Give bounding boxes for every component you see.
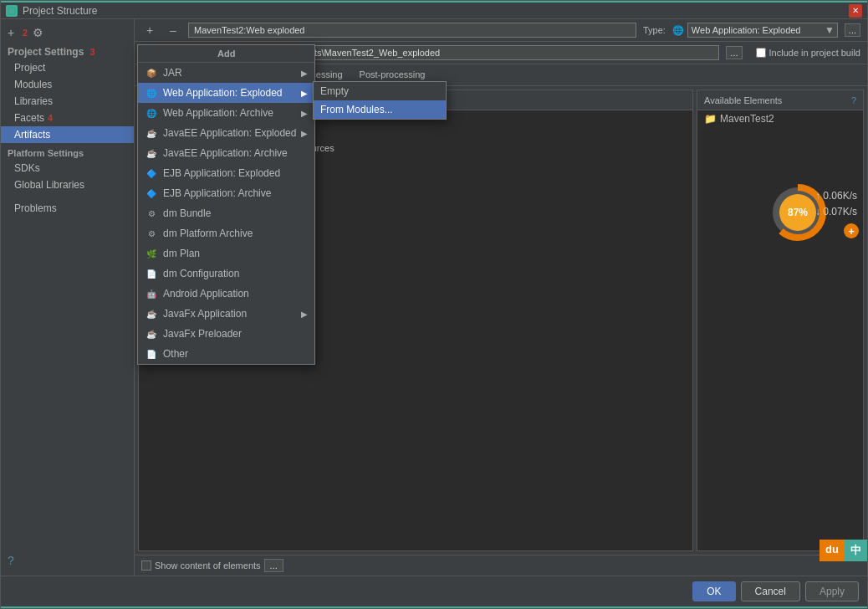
dialog-footer: OK Cancel Apply	[1, 576, 867, 608]
javafx-preloader-icon: ☕	[145, 327, 158, 340]
menu-item-web-exploded[interactable]: 🌐 Web Application: Exploded ▶	[138, 83, 314, 103]
badge-2: 2	[23, 28, 28, 38]
menu-item-javafx-preloader[interactable]: ☕ JavaFx Preloader	[138, 324, 314, 344]
progress-text: 87%	[788, 207, 808, 218]
ime-du[interactable]: du	[819, 540, 845, 561]
close-button[interactable]: ✕	[849, 4, 862, 18]
project-structure-window: Project Structure ✕ + 2 ⚙ Project Settin…	[0, 0, 868, 609]
add-menu: Add 📦 JAR ▶ 🌐 Web Application: Exploded …	[137, 44, 315, 365]
ime-zh[interactable]: 中	[845, 540, 867, 561]
menu-item-other[interactable]: 📄 Other	[138, 344, 314, 364]
type-select-wrapper: 🌐 Web Application: Exploded ▼	[672, 23, 838, 38]
show-content-checkbox[interactable]	[141, 560, 151, 571]
menu-item-ejb-archive[interactable]: 🔷 EJB Application: Archive	[138, 183, 314, 203]
add-dropdown: Add 📦 JAR ▶ 🌐 Web Application: Exploded …	[137, 44, 315, 365]
javafx-icon: ☕	[145, 307, 158, 320]
include-tests-checkbox[interactable]	[756, 48, 766, 58]
menu-item-dm-bundle[interactable]: ⚙ dm Bundle	[138, 203, 314, 223]
add-artifact-button[interactable]: +	[141, 23, 158, 37]
arrow-icon-2: ▶	[301, 89, 308, 98]
javaee-exploded-icon: ☕	[145, 126, 158, 140]
window-title: Project Structure	[23, 5, 849, 17]
ejb-exploded-icon: 🔷	[145, 166, 158, 180]
add-menu-header: Add	[138, 45, 314, 63]
sidebar-item-artifacts[interactable]: Artifacts	[1, 126, 134, 143]
progress-add-button[interactable]: +	[844, 223, 859, 238]
available-elements-title: Available Elements	[704, 95, 782, 105]
menu-item-javafx[interactable]: ☕ JavaFx Application ▶	[138, 304, 314, 324]
type-label: Type:	[643, 25, 666, 35]
bottom-bar: Show content of elements ...	[135, 555, 867, 576]
available-elements-header: Available Elements ?	[697, 90, 863, 110]
platform-settings-label: Platform Settings	[1, 143, 134, 160]
available-item-maventest2[interactable]: 📁 MavenTest2	[697, 110, 863, 127]
ejb-archive-icon: 🔷	[145, 187, 158, 200]
sidebar: + 2 ⚙ Project Settings 3 Project Modules…	[1, 19, 135, 576]
name-row: + – MavenTest2:Web exploded Type: 🌐 Web …	[135, 19, 867, 42]
menu-item-javaee-archive[interactable]: ☕ JavaEE Application: Archive	[138, 143, 314, 163]
help-icon[interactable]: ?	[1, 549, 134, 572]
ok-button[interactable]: OK	[692, 581, 735, 601]
web-app-icon: 🌐	[672, 25, 684, 36]
arrow-icon-3: ▶	[301, 109, 308, 118]
menu-item-android[interactable]: 🤖 Android Application	[138, 284, 314, 304]
sidebar-item-global-libraries[interactable]: Global Libraries	[1, 177, 134, 193]
project-settings-label: Project Settings 3	[1, 43, 134, 59]
available-elements: Available Elements ? 📁 MavenTest2	[697, 90, 864, 551]
other-icon: 📄	[145, 347, 158, 361]
folder-icon: 📁	[704, 113, 717, 125]
add-button[interactable]: +	[4, 26, 18, 39]
sidebar-item-libraries[interactable]: Libraries	[1, 93, 134, 110]
show-content-label: Show content of elements	[155, 560, 261, 571]
web-exploded-icon: 🌐	[145, 86, 158, 100]
settings-button[interactable]: ⚙	[31, 26, 44, 39]
include-tests-checkbox-label: Include in project build	[756, 48, 860, 58]
svg-rect-0	[8, 8, 15, 14]
dm-bundle-icon: ⚙	[145, 207, 158, 220]
dm-config-icon: 📄	[145, 267, 158, 280]
menu-item-ejb-exploded[interactable]: 🔷 EJB Application: Exploded	[138, 163, 314, 183]
arrow-icon: ▶	[301, 69, 308, 78]
sidebar-toolbar: + 2 ⚙	[1, 23, 134, 43]
menu-item-dm-platform[interactable]: ⚙ dm Platform Archive	[138, 223, 314, 243]
progress-circle-container: 87% ↑ 0.06K/s ↓ 0.07K/s +	[768, 183, 827, 242]
output-more-button[interactable]: ...	[726, 46, 742, 59]
menu-item-dm-plan[interactable]: 🌿 dm Plan	[138, 243, 314, 264]
type-value[interactable]: Web Application: Exploded	[687, 23, 838, 38]
menu-item-dm-config[interactable]: 📄 dm Configuration	[138, 264, 314, 284]
submenu-item-from-modules[interactable]: From Modules...	[314, 100, 446, 119]
title-bar: Project Structure ✕	[1, 1, 867, 19]
apply-button[interactable]: Apply	[805, 581, 859, 601]
bottom-more-button[interactable]: ...	[264, 559, 283, 572]
remove-artifact-button[interactable]: –	[165, 23, 181, 37]
progress-stats: ↑ 0.06K/s ↓ 0.07K/s	[815, 188, 857, 220]
more-button[interactable]: ...	[845, 23, 860, 37]
javaee-archive-icon: ☕	[145, 146, 158, 160]
dm-platform-icon: ⚙	[145, 227, 158, 240]
sidebar-item-modules[interactable]: Modules	[1, 76, 134, 93]
sidebar-item-project[interactable]: Project	[1, 59, 134, 76]
android-icon: 🤖	[145, 287, 158, 300]
dm-plan-icon: 🌿	[145, 247, 158, 260]
cancel-button[interactable]: Cancel	[741, 581, 800, 601]
sidebar-item-sdks[interactable]: SDKs	[1, 160, 134, 177]
sidebar-item-facets[interactable]: Facets 4	[1, 110, 134, 126]
submenu-item-empty[interactable]: Empty	[314, 82, 446, 100]
arrow-icon-5: ▶	[301, 310, 308, 319]
artifact-name-field[interactable]: MavenTest2:Web exploded	[188, 23, 636, 38]
ime-widget: du 中	[819, 540, 867, 561]
progress-widget: 87% ↑ 0.06K/s ↓ 0.07K/s +	[768, 183, 844, 242]
web-exploded-submenu: Empty From Modules...	[313, 81, 447, 120]
available-elements-help[interactable]: ?	[851, 95, 856, 105]
menu-item-web-archive[interactable]: 🌐 Web Application: Archive ▶	[138, 103, 314, 123]
window-icon	[6, 5, 18, 17]
menu-item-javaee-exploded[interactable]: ☕ JavaEE Application: Exploded ▶	[138, 123, 314, 143]
sidebar-item-problems[interactable]: Problems	[1, 200, 134, 217]
menu-item-jar[interactable]: 📦 JAR ▶	[138, 63, 314, 83]
web-archive-icon: 🌐	[145, 106, 158, 120]
jar-icon: 📦	[145, 66, 158, 79]
arrow-icon-4: ▶	[301, 129, 308, 138]
